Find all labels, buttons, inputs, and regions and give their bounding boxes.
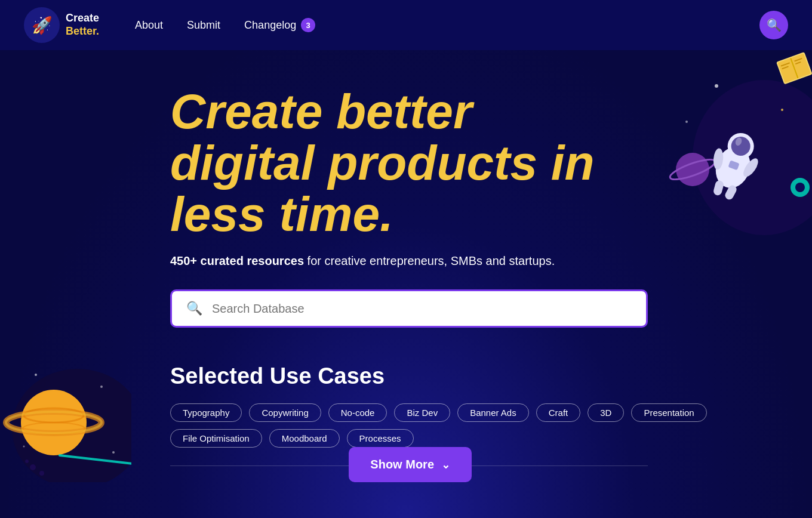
- tag-biz-dev[interactable]: Biz Dev: [394, 403, 450, 422]
- logo[interactable]: 🚀 Create Better.: [24, 7, 99, 43]
- nav-link-about[interactable]: About: [135, 19, 163, 32]
- tag-processes[interactable]: Processes: [347, 429, 414, 448]
- main-content: Create better digital products in less t…: [0, 50, 812, 466]
- tags-row-2: File OptimisationMoodboardProcesses: [170, 429, 812, 448]
- search-icon: 🔍: [767, 18, 782, 32]
- tag-presentation[interactable]: Presentation: [631, 403, 706, 422]
- show-more-button[interactable]: Show More ⌄: [349, 447, 472, 482]
- show-more-label: Show More: [370, 458, 434, 471]
- nav-links: About Submit Changelog 3: [135, 18, 759, 32]
- chevron-down-icon: ⌄: [441, 458, 450, 471]
- logo-text: Create Better.: [66, 12, 99, 38]
- tag-no-code[interactable]: No-code: [328, 403, 387, 422]
- tag-craft[interactable]: Craft: [536, 403, 581, 422]
- search-bar-icon: 🔍: [186, 301, 202, 316]
- logo-icon: 🚀: [24, 7, 60, 43]
- tags-row-1: TypographyCopywritingNo-codeBiz DevBanne…: [170, 403, 812, 422]
- nav-link-submit[interactable]: Submit: [187, 19, 220, 32]
- search-button[interactable]: 🔍: [759, 11, 788, 39]
- hero-title: Create better digital products in less t…: [170, 86, 624, 240]
- svg-point-37: [39, 471, 44, 476]
- search-input[interactable]: [212, 302, 632, 316]
- changelog-badge: 3: [301, 18, 315, 32]
- tag-moodboard[interactable]: Moodboard: [269, 429, 340, 448]
- hero-subtitle: 450+ curated resources for creative entr…: [170, 254, 812, 268]
- use-cases-section: Selected Use Cases TypographyCopywriting…: [170, 363, 812, 466]
- search-bar[interactable]: 🔍: [170, 289, 648, 328]
- tag-copywriting[interactable]: Copywriting: [249, 403, 321, 422]
- nav-link-changelog[interactable]: Changelog 3: [244, 18, 315, 32]
- navbar: 🚀 Create Better. About Submit Changelog …: [0, 0, 812, 50]
- tag-3d[interactable]: 3D: [588, 403, 624, 422]
- use-cases-title: Selected Use Cases: [170, 363, 812, 389]
- tag-typography[interactable]: Typography: [170, 403, 242, 422]
- tag-file-optimisation[interactable]: File Optimisation: [170, 429, 262, 448]
- tag-banner-ads[interactable]: Banner Ads: [457, 403, 529, 422]
